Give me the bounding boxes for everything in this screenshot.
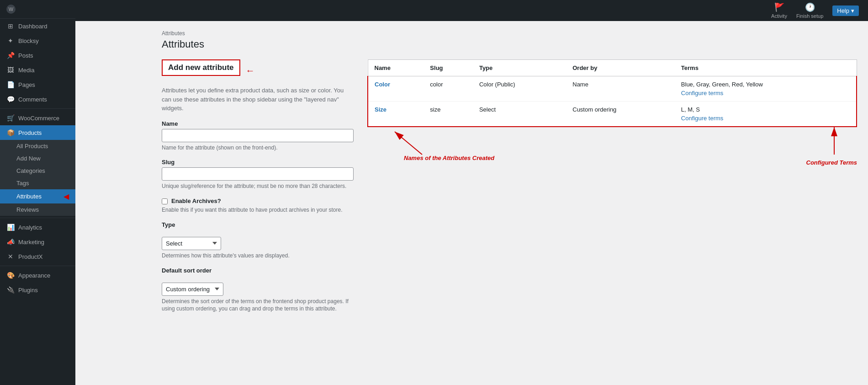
enable-archives-help: Enable this if you want this attribute t…	[162, 206, 354, 214]
sidebar-item-appearance[interactable]: 🎨 Appearance	[0, 268, 75, 283]
slug-label: Slug	[162, 159, 354, 166]
terms-annotation-label: Configured Terms	[806, 159, 857, 166]
marketing-icon: 📣	[6, 238, 15, 246]
table-row: Color color Color (Public) Name Blue, Gr…	[368, 76, 857, 102]
sidebar-item-marketing[interactable]: 📣 Marketing	[0, 235, 75, 249]
finish-setup-button[interactable]: 🕐 Finish setup	[796, 2, 823, 19]
sidebar-products-submenu: All Products Add New Categories Tags Att…	[0, 140, 75, 216]
sidebar-item-label: Appearance	[18, 272, 50, 279]
col-order-by: Order by	[566, 60, 675, 76]
color-name-link[interactable]: Color	[375, 81, 390, 88]
form-description: Attributes let you define extra product …	[162, 86, 354, 113]
name-label: Name	[162, 120, 354, 127]
row-size-slug: size	[423, 102, 473, 127]
sidebar-item-attributes[interactable]: Attributes ◀	[0, 189, 75, 203]
sidebar-item-label: Posts	[18, 52, 33, 59]
sidebar-item-add-new[interactable]: Add New	[0, 152, 75, 165]
row-size-order: Custom ordering	[566, 102, 675, 127]
enable-archives-label: Enable Archives?	[171, 198, 221, 204]
row-color-terms: Blue, Gray, Green, Red, Yellow Configure…	[675, 76, 857, 102]
sidebar-item-analytics[interactable]: 📊 Analytics	[0, 220, 75, 235]
terms-arrow-svg	[811, 123, 857, 159]
sidebar-item-plugins[interactable]: 🔌 Plugins	[0, 283, 75, 297]
col-slug: Slug	[423, 60, 473, 76]
finish-setup-icon: 🕐	[805, 2, 815, 12]
table-wrapper: Name Slug Type Order by Terms Color	[367, 59, 857, 187]
activity-button[interactable]: 🚩 Activity	[771, 2, 787, 19]
sidebar-item-blocksy[interactable]: ✦ Blocksy	[0, 33, 75, 48]
slug-input[interactable]	[162, 167, 354, 181]
sidebar-item-label: Marketing	[18, 239, 44, 246]
attributes-table: Name Slug Type Order by Terms Color	[367, 59, 857, 127]
sidebar-item-reviews[interactable]: Reviews	[0, 203, 75, 216]
sidebar-item-label: Analytics	[18, 224, 42, 231]
color-terms-text: Blue, Gray, Green, Red, Yellow	[681, 81, 763, 88]
enable-archives-checkbox[interactable]	[162, 198, 168, 204]
pages-icon: 📄	[6, 81, 15, 88]
add-attribute-title: Add new attribute	[162, 59, 240, 76]
row-size-name: Size	[368, 102, 423, 127]
col-terms: Terms	[675, 60, 857, 76]
sidebar-item-productx[interactable]: ✕ ProductX	[0, 249, 75, 264]
sidebar-item-label: ProductX	[18, 253, 42, 260]
sort-order-label: Default sort order	[162, 267, 354, 274]
sort-order-select[interactable]: Custom ordering Name Name (numeric) Term…	[162, 283, 223, 296]
appearance-icon: 🎨	[6, 272, 15, 279]
type-select[interactable]: Select Color Image	[162, 237, 221, 250]
table-panel: Name Slug Type Order by Terms Color	[367, 59, 857, 320]
sidebar-item-pages[interactable]: 📄 Pages	[0, 77, 75, 92]
main-content: Attributes Attributes Add new attribute …	[151, 21, 868, 385]
sidebar-item-products[interactable]: 📦 Products	[0, 125, 75, 140]
add-attribute-header: Add new attribute ←	[162, 59, 354, 81]
enable-archives-field: Enable Archives? Enable this if you want…	[162, 198, 354, 214]
sidebar-item-label: Pages	[18, 81, 35, 88]
sidebar: W ⊞ Dashboard ✦ Blocksy 📌 Posts 🖼 Media …	[0, 0, 75, 385]
comments-icon: 💬	[6, 96, 15, 103]
content-layout: Add new attribute ← Attributes let you d…	[162, 59, 857, 320]
type-label: Type	[162, 221, 354, 228]
add-attribute-arrow: ←	[246, 65, 255, 76]
sidebar-item-categories[interactable]: Categories	[0, 165, 75, 177]
wp-logo-icon: W	[6, 5, 16, 14]
color-configure-link[interactable]: Configure terms	[681, 90, 850, 96]
type-field: Type Select Color Image Determines how t…	[162, 221, 354, 260]
size-name-link[interactable]: Size	[375, 106, 386, 113]
posts-icon: 📌	[6, 52, 15, 59]
blocksy-icon: ✦	[6, 37, 15, 44]
sidebar-divider2	[0, 218, 75, 218]
sort-order-help: Determines the sort order of the terms o…	[162, 298, 354, 313]
name-input[interactable]	[162, 129, 354, 142]
row-color-slug: color	[423, 76, 473, 102]
help-label: Help	[837, 7, 849, 14]
productx-icon: ✕	[6, 253, 15, 260]
sidebar-item-media[interactable]: 🖼 Media	[0, 63, 75, 77]
row-color-name: Color	[368, 76, 423, 102]
table-header-row: Name Slug Type Order by Terms	[368, 60, 857, 76]
products-icon: 📦	[6, 129, 15, 136]
annotation-terms: Configured Terms	[367, 150, 857, 187]
help-button[interactable]: Help ▾	[832, 5, 859, 16]
size-configure-link[interactable]: Configure terms	[681, 115, 850, 122]
row-size-type: Select	[473, 102, 566, 127]
plugins-icon: 🔌	[6, 286, 15, 294]
sidebar-divider	[0, 108, 75, 109]
sidebar-item-comments[interactable]: 💬 Comments	[0, 92, 75, 107]
slug-help: Unique slug/reference for the attribute;…	[162, 182, 354, 190]
activity-label: Activity	[771, 13, 787, 19]
sidebar-item-label: Comments	[18, 96, 47, 103]
sidebar-item-label: Products	[18, 129, 42, 136]
sidebar-item-label: Media	[18, 67, 34, 74]
table-row: Size size Select Custom ordering L, M, S…	[368, 102, 857, 127]
sidebar-item-tags[interactable]: Tags	[0, 177, 75, 189]
sidebar-item-woocommerce[interactable]: 🛒 WooCommerce	[0, 111, 75, 125]
sidebar-item-all-products[interactable]: All Products	[0, 140, 75, 152]
sidebar-item-posts[interactable]: 📌 Posts	[0, 48, 75, 63]
size-terms-text: L, M, S	[681, 106, 700, 113]
help-chevron-icon: ▾	[851, 7, 854, 14]
name-field: Name Name for the attribute (shown on th…	[162, 120, 354, 152]
finish-setup-label: Finish setup	[796, 13, 823, 19]
analytics-icon: 📊	[6, 224, 15, 231]
sidebar-item-dashboard[interactable]: ⊞ Dashboard	[0, 19, 75, 33]
form-panel: Add new attribute ← Attributes let you d…	[162, 59, 354, 320]
type-help: Determines how this attribute's values a…	[162, 252, 354, 260]
